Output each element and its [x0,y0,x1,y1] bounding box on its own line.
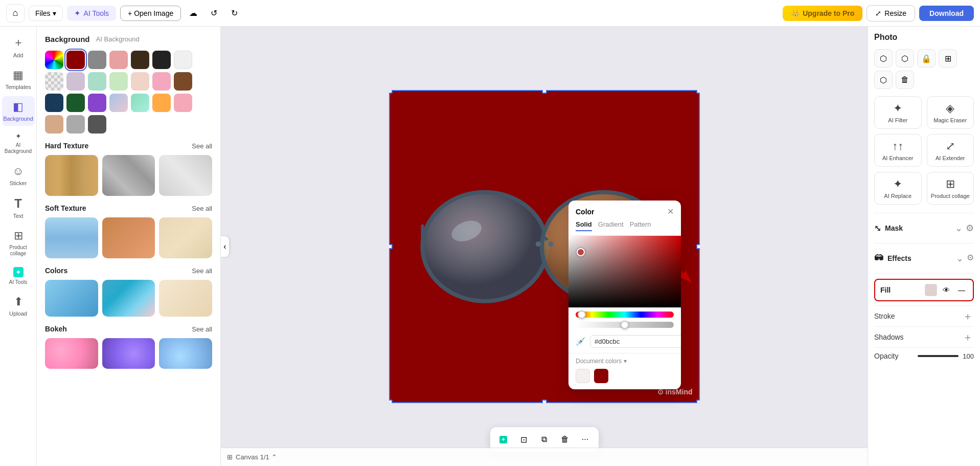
texture-cream[interactable] [159,217,212,258]
panel-collapse-btn[interactable]: ‹ [221,236,229,257]
flip-icon-btn[interactable]: ⬡ [874,71,893,89]
bokeh-blue[interactable] [159,338,212,369]
sidebar-item-upload[interactable]: ⬆ Upload [2,291,35,321]
color-swatch-orange[interactable] [152,94,171,112]
align-icon-btn[interactable]: ⊞ [939,49,957,68]
mask-settings-btn[interactable]: ⚙ [966,223,974,234]
color-gradient-area[interactable] [568,236,681,307]
more-btn[interactable]: ··· [576,430,595,449]
color-swatch-purple[interactable] [88,94,106,112]
color-swatch-tan[interactable] [45,115,63,134]
color-swatch-blush[interactable] [174,94,192,112]
tab-pattern[interactable]: Pattern [630,220,651,231]
texture-wood[interactable] [45,155,98,196]
ai-filter-btn[interactable]: ✦ AI Filter [874,96,922,129]
opacity-range[interactable] [918,355,959,357]
layer-icon-btn[interactable]: ⬡ [874,49,893,68]
magic-eraser-btn[interactable]: ◈ Magic Eraser [927,96,974,129]
color-swatch-check2[interactable] [66,72,85,91]
color-swatch-peach[interactable] [131,72,149,91]
hex-input[interactable] [590,335,681,348]
ai-extender-btn[interactable]: ⤢ AI Extender [927,134,974,167]
cloud-button[interactable]: ☁ [185,5,201,21]
color-swatch-dark-brown[interactable] [174,72,192,91]
ai-edit-btn[interactable]: ✦ [494,430,513,449]
texture-brown-soft[interactable] [102,217,155,258]
color-swatch-black[interactable] [152,51,171,69]
delete-btn[interactable]: 🗑 [556,430,574,449]
sidebar-item-ai-tools[interactable]: ✦ AI Tools [2,263,35,289]
texture-gray[interactable] [102,155,155,196]
animation-icon-btn[interactable]: ⬡ [896,49,914,68]
open-image-button[interactable]: + Open Image [120,6,181,21]
tab-solid[interactable]: Solid [576,220,592,231]
hue-slider[interactable] [576,312,674,318]
lock-icon-btn[interactable]: 🔒 [917,49,936,68]
home-button[interactable]: ⌂ [6,4,25,23]
ai-enhancer-btn[interactable]: ↑↑ AI Enhancer [874,134,922,167]
color-big-2[interactable] [102,280,155,317]
gradient-picker-circle[interactable] [577,248,585,256]
bokeh-purple[interactable] [102,338,155,369]
hard-texture-see-all[interactable]: See all [192,142,212,150]
effects-settings-btn[interactable]: ⚙ [967,253,974,264]
color-swatch-dark-green[interactable] [66,94,85,112]
resize-button[interactable]: ⤢ Resize [867,5,915,21]
product-collage-btn[interactable]: ⊞ Product collage [927,172,974,205]
color-swatch-gray[interactable] [88,51,106,69]
fill-color-preview[interactable] [925,284,937,296]
doc-swatch-1[interactable] [576,369,590,383]
sidebar-item-product-collage[interactable]: ⊞ Productcollage [2,225,35,261]
color-swatch-green-light[interactable] [109,72,128,91]
fill-visibility-btn[interactable]: 👁 [940,284,952,296]
ai-tools-button[interactable]: ✦ AI Tools [67,6,117,21]
download-button[interactable]: Download [919,6,974,21]
color-swatch-navy[interactable] [45,94,63,112]
hue-thumb[interactable] [578,310,586,319]
sidebar-item-sticker[interactable]: ☺ Sticker [2,161,35,190]
color-swatch-sky[interactable] [109,94,128,112]
colors-see-all[interactable]: See all [192,267,212,275]
sidebar-item-ai-background[interactable]: ✦ AI Background [2,128,35,159]
opacity-slider[interactable] [576,322,674,328]
sidebar-item-templates[interactable]: ▦ Templates [2,64,35,94]
sidebar-item-add[interactable]: ＋ Add [2,31,35,62]
tab-gradient[interactable]: Gradient [598,220,624,231]
color-swatch-mint[interactable] [88,72,106,91]
effects-expand-btn[interactable]: ⌄ [956,253,964,264]
soft-texture-see-all[interactable]: See all [192,205,212,212]
doc-swatch-2[interactable] [594,369,608,383]
redo-button[interactable]: ↻ [226,5,242,21]
texture-water[interactable] [45,217,98,258]
shadows-add-btn[interactable]: ＋ [962,331,974,343]
stroke-add-btn[interactable]: ＋ [962,310,974,322]
bokeh-pink[interactable] [45,338,98,369]
color-swatch-brown[interactable] [131,51,149,69]
color-swatch-rose[interactable] [152,72,171,91]
mask-expand-btn[interactable]: ⌄ [955,223,963,234]
color-big-1[interactable] [45,280,98,317]
files-button[interactable]: Files ▾ [29,6,63,21]
sidebar-item-text[interactable]: T Text [2,192,35,223]
color-swatch-pink[interactable] [109,51,128,69]
color-swatch-turquoise[interactable] [131,94,149,112]
color-swatch-dark-red[interactable] [66,51,85,69]
sidebar-item-background[interactable]: ◧ Background [2,96,35,126]
undo-button[interactable]: ↺ [206,5,222,21]
eyedropper-icon[interactable]: 💉 [576,337,586,346]
color-swatch-silver[interactable] [66,115,85,134]
opacity-thumb[interactable] [621,321,629,329]
ai-replace-btn[interactable]: ✦ AI Replace [874,172,922,205]
fill-remove-btn[interactable]: — [955,284,968,296]
color-big-3[interactable] [159,280,212,317]
delete-icon-btn[interactable]: 🗑 [896,71,914,89]
color-swatch-white[interactable] [174,51,192,69]
color-swatch-charcoal[interactable] [88,115,106,134]
bokeh-see-all[interactable]: See all [192,325,212,333]
color-picker-close[interactable]: ✕ [667,207,674,216]
upgrade-button[interactable]: 👑 Upgrade to Pro [783,6,862,21]
color-swatch-gradient[interactable] [45,51,63,69]
crop-btn[interactable]: ⊡ [515,430,533,449]
texture-light[interactable] [159,155,212,196]
duplicate-btn[interactable]: ⧉ [535,430,554,449]
